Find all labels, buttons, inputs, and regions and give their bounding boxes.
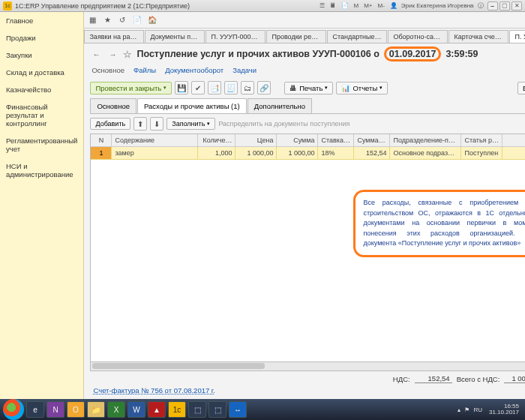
close-button[interactable]: ✕: [512, 2, 522, 10]
task-onenote[interactable]: N: [46, 401, 64, 418]
task-outlook[interactable]: O: [67, 401, 85, 418]
sidebar-item[interactable]: Продажи: [0, 29, 83, 46]
col-dept[interactable]: Подразделение-по…: [390, 134, 461, 146]
col-vat[interactable]: Сумма Н…: [354, 134, 390, 146]
sidebar-item[interactable]: Главное: [0, 12, 83, 29]
h-scrollbar[interactable]: [90, 362, 525, 371]
dt-icon[interactable]: 🧾: [224, 81, 238, 94]
form-icon[interactable]: 📑: [208, 81, 221, 94]
post-and-close-button[interactable]: Провести и закрыть▾: [90, 82, 172, 94]
close-icon[interactable]: ×: [321, 34, 325, 40]
more-button[interactable]: Еще ▾: [518, 82, 525, 94]
m-badge[interactable]: M+: [362, 2, 374, 9]
task-app[interactable]: ⬚: [188, 401, 206, 418]
max-button[interactable]: ▢: [500, 2, 510, 10]
tray-expand-icon[interactable]: ▴: [458, 406, 460, 413]
sidebar-item[interactable]: НСИ и администрирование: [0, 158, 83, 183]
user-name: Эрик Екатерина Игоревна: [401, 2, 474, 9]
close-icon[interactable]: ×: [140, 34, 144, 40]
tab[interactable]: Карточка сче…×: [448, 30, 508, 43]
col-rate[interactable]: Ставка Н…: [318, 134, 354, 146]
sidebar-item[interactable]: Казначейство: [0, 81, 83, 98]
subnav-main[interactable]: Основное: [92, 66, 124, 74]
col-n[interactable]: N: [91, 134, 112, 146]
col-qty[interactable]: Количе…: [198, 134, 236, 146]
apps-icon[interactable]: ▦: [87, 15, 98, 26]
tray-lang[interactable]: RU: [473, 406, 482, 413]
link-icon[interactable]: 🔗: [257, 81, 271, 94]
post-icon[interactable]: ✔: [191, 81, 205, 94]
home-icon[interactable]: 🏠: [147, 15, 158, 26]
task-app2[interactable]: ⬚: [208, 401, 226, 418]
add-button[interactable]: Добавить: [90, 118, 130, 130]
taskbar-clock[interactable]: 16:55 31.10.2017: [486, 404, 522, 416]
toolbar-glyph[interactable]: 📄: [340, 2, 350, 9]
task-1c[interactable]: 1c: [168, 401, 186, 418]
toolbar-glyph[interactable]: ☰: [318, 2, 326, 9]
vat-label: НДС:: [393, 375, 410, 383]
close-icon[interactable]: ×: [505, 34, 508, 40]
subnav-files[interactable]: Файлы: [134, 66, 156, 74]
doc-icon[interactable]: 📄: [132, 15, 142, 26]
sidebar-item[interactable]: Склад и доставка: [0, 64, 83, 81]
history-icon[interactable]: ↺: [117, 15, 128, 26]
task-explorer[interactable]: 📁: [87, 401, 105, 418]
close-icon[interactable]: ×: [385, 34, 388, 40]
window-title: 1С:ERP Управление предприятием 2 (1С:Пре…: [15, 2, 190, 10]
fill-button[interactable]: Заполнить ▾: [166, 118, 215, 130]
forward-button[interactable]: →: [106, 48, 118, 60]
tab[interactable]: П. УУУП-000041×: [206, 30, 266, 43]
info-icon[interactable]: ⓘ: [476, 2, 485, 10]
back-button[interactable]: ←: [90, 48, 102, 60]
doc-title-pre: Поступление услуг и прочих активов УУУП-…: [136, 49, 379, 59]
m-badge[interactable]: M-: [376, 2, 386, 9]
min-button[interactable]: ‒: [488, 2, 498, 10]
user-icon: 👤: [388, 2, 399, 9]
col-price[interactable]: Цена: [236, 134, 277, 146]
col-sum[interactable]: Сумма: [277, 134, 318, 146]
favorite-icon[interactable]: ☆: [123, 49, 132, 60]
sidebar-item[interactable]: Закупки: [0, 46, 83, 64]
tab[interactable]: Проводки ре…×: [266, 30, 326, 43]
struct-icon[interactable]: 🗂: [241, 81, 254, 94]
subtab-extra[interactable]: Дополнительно: [248, 98, 312, 113]
tab[interactable]: Стандартные…×: [327, 30, 387, 43]
down-icon[interactable]: ⬇: [150, 117, 164, 130]
m-badge[interactable]: M: [352, 2, 361, 9]
col-stat[interactable]: Статья рас: [461, 134, 502, 146]
task-pdf[interactable]: ▲: [148, 401, 166, 418]
vat-value: 152,54: [415, 374, 452, 383]
table-row[interactable]: 1 замер 1,000 1 000,00 1 000,00 18% 152,…: [91, 147, 525, 160]
document-tabs: Заявки на ра…× Документы п…× П. УУУП-000…: [84, 28, 525, 44]
print-button[interactable]: 🖶 Печать ▾: [284, 82, 333, 94]
close-icon[interactable]: ×: [200, 34, 204, 40]
star-icon[interactable]: ★: [102, 15, 112, 26]
invoice-link[interactable]: Счет-фактура № 756 от 07.08.2017 г.: [84, 385, 525, 399]
sidebar: Главное Продажи Закупки Склад и доставка…: [0, 12, 84, 399]
sidebar-item[interactable]: Регламентированный учет: [0, 132, 83, 158]
close-icon[interactable]: ×: [443, 34, 447, 40]
up-icon[interactable]: ⬆: [134, 117, 147, 130]
toolbar-glyph[interactable]: 🖩: [328, 2, 338, 9]
save-icon[interactable]: 💾: [175, 81, 188, 94]
close-icon[interactable]: ×: [266, 34, 266, 40]
subtab-main[interactable]: Основное: [90, 98, 136, 113]
task-excel[interactable]: X: [107, 401, 125, 418]
total-label: Всего с НДС:: [457, 375, 500, 383]
task-ie[interactable]: e: [26, 401, 44, 418]
tab[interactable]: Документы п…×: [145, 30, 205, 43]
tray-flag-icon[interactable]: ⚑: [464, 406, 470, 413]
annotation-note: Все расходы, связанные с приобретением и…: [353, 190, 525, 257]
tab-active[interactable]: П. УУУП-000106×: [509, 30, 525, 43]
subnav-tasks[interactable]: Задачи: [232, 66, 256, 74]
subtab-assets[interactable]: Расходы и прочие активы (1): [137, 98, 247, 113]
col-content[interactable]: Содержание: [112, 134, 198, 146]
sidebar-item[interactable]: Финансовый результат и контроллинг: [0, 98, 83, 132]
subnav-docflow[interactable]: Документооборот: [165, 66, 224, 74]
reports-button[interactable]: 📊 Отчеты ▾: [336, 82, 388, 94]
tab[interactable]: Оборотно-са…×: [388, 30, 448, 43]
task-word[interactable]: W: [128, 401, 146, 418]
task-teamviewer[interactable]: ↔: [229, 401, 247, 418]
start-button[interactable]: [3, 399, 24, 420]
tab[interactable]: Заявки на ра…×: [84, 30, 144, 43]
